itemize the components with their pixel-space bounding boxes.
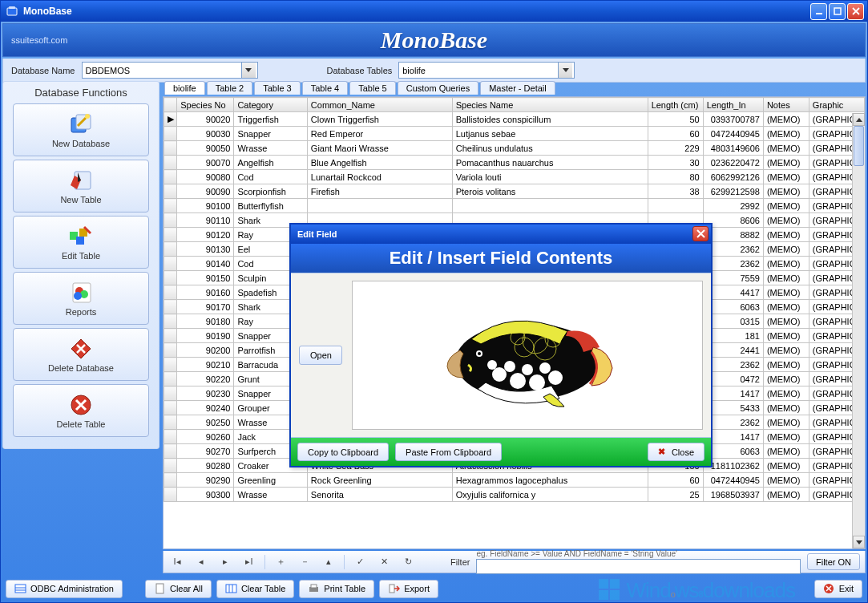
new-table-button[interactable]: New Table: [13, 160, 149, 212]
chevron-down-icon[interactable]: [558, 63, 572, 78]
cell[interactable]: Variola louti: [452, 170, 648, 184]
filter-on-button[interactable]: Filter ON: [807, 553, 860, 570]
cell[interactable]: 50: [648, 112, 703, 127]
cell[interactable]: 90300: [177, 488, 234, 502]
tab-table-2[interactable]: Table 2: [207, 81, 252, 95]
cell[interactable]: Angelfish: [234, 156, 307, 170]
cell[interactable]: 0472440945: [703, 473, 763, 488]
cell[interactable]: (MEMO): [763, 300, 809, 314]
cell[interactable]: (MEMO): [763, 228, 809, 242]
cell[interactable]: (MEMO): [763, 213, 809, 228]
scroll-thumb[interactable]: [854, 126, 864, 166]
cell[interactable]: 90100: [177, 199, 234, 213]
cell[interactable]: 90240: [177, 401, 234, 415]
cell[interactable]: (MEMO): [763, 184, 809, 199]
cell[interactable]: 60: [648, 127, 703, 141]
cell[interactable]: (MEMO): [763, 459, 809, 473]
cell[interactable]: Red Emperor: [307, 127, 452, 141]
print-table-button[interactable]: Print Table: [299, 580, 374, 598]
column-header[interactable]: Category: [234, 98, 307, 112]
cell[interactable]: 90290: [177, 473, 234, 488]
cell[interactable]: (MEMO): [763, 444, 809, 459]
cell[interactable]: Clown Triggerfish: [307, 112, 452, 127]
nav-refresh-button[interactable]: ↻: [399, 554, 417, 570]
cell[interactable]: 90250: [177, 415, 234, 430]
cell[interactable]: 90150: [177, 271, 234, 285]
cell[interactable]: (MEMO): [763, 372, 809, 386]
cell[interactable]: (MEMO): [763, 257, 809, 271]
minimize-button[interactable]: [810, 3, 827, 20]
edit-table-button[interactable]: Edit Table: [13, 216, 149, 269]
cell[interactable]: 90180: [177, 314, 234, 329]
nav-add-button[interactable]: ＋: [272, 554, 289, 570]
cell[interactable]: 38: [648, 184, 703, 199]
database-name-combo[interactable]: [82, 62, 258, 79]
tab-custom-queries[interactable]: Custom Queries: [398, 81, 478, 95]
cell[interactable]: Wrasse: [234, 141, 307, 156]
cell[interactable]: 30: [648, 156, 703, 170]
cell[interactable]: 90030: [177, 127, 234, 141]
cell[interactable]: 6299212598: [703, 184, 763, 199]
cell[interactable]: 90220: [177, 372, 234, 386]
cell[interactable]: Hexagrammos lagocephalus: [452, 473, 648, 488]
cell[interactable]: 90070: [177, 156, 234, 170]
cell[interactable]: Oxyjulis californica y: [452, 488, 648, 502]
paste-clipboard-button[interactable]: Paste From Clipboard: [395, 443, 502, 461]
cell[interactable]: 90050: [177, 141, 234, 156]
table-row[interactable]: 90080CodLunartail RockcodVariola louti80…: [164, 170, 865, 184]
cell[interactable]: (MEMO): [763, 329, 809, 343]
column-header[interactable]: Species Name: [452, 98, 648, 112]
cell[interactable]: 0472440945: [703, 127, 763, 141]
cell[interactable]: (MEMO): [763, 386, 809, 401]
cell[interactable]: (MEMO): [763, 473, 809, 488]
open-button[interactable]: Open: [299, 346, 342, 365]
cell[interactable]: Blue Angelfish: [307, 156, 452, 170]
cell[interactable]: (MEMO): [763, 415, 809, 430]
cell[interactable]: 90110: [177, 213, 234, 228]
tab-table-4[interactable]: Table 4: [302, 81, 348, 95]
cell[interactable]: 90090: [177, 184, 234, 199]
nav-edit-button[interactable]: ▴: [320, 554, 337, 570]
cell[interactable]: (MEMO): [763, 199, 809, 213]
chevron-down-icon[interactable]: [241, 63, 256, 78]
cell[interactable]: (MEMO): [763, 156, 809, 170]
cell[interactable]: (MEMO): [763, 488, 809, 502]
cell[interactable]: 90130: [177, 242, 234, 257]
cell[interactable]: Ballistoides conspicillum: [452, 112, 648, 127]
scroll-up-icon[interactable]: [853, 113, 865, 126]
cell[interactable]: [452, 199, 648, 213]
column-header[interactable]: Notes: [763, 98, 809, 112]
column-header[interactable]: Graphic: [809, 98, 864, 112]
cell[interactable]: (MEMO): [763, 127, 809, 141]
cell[interactable]: 60: [648, 473, 703, 488]
scroll-down-icon[interactable]: [853, 536, 865, 548]
cell[interactable]: 90210: [177, 358, 234, 372]
exit-button[interactable]: Exit: [814, 580, 862, 598]
clear-all-button[interactable]: Clear All: [145, 580, 212, 598]
cell[interactable]: Firefish: [307, 184, 452, 199]
nav-cancel-button[interactable]: ✕: [375, 554, 393, 570]
cell[interactable]: (MEMO): [763, 430, 809, 444]
table-row[interactable]: 90070AngelfishBlue AngelfishPomacanthus …: [164, 156, 865, 170]
table-row[interactable]: 90290GreenlingRock GreenlingHexagrammos …: [164, 473, 865, 488]
tab-table-5[interactable]: Table 5: [349, 81, 395, 95]
maximize-button[interactable]: [829, 3, 846, 20]
cell[interactable]: Greenling: [234, 473, 307, 488]
filter-input[interactable]: [476, 559, 801, 574]
cell[interactable]: Scorpionfish: [234, 184, 307, 199]
cell[interactable]: 1968503937: [703, 488, 763, 502]
cell[interactable]: 90200: [177, 343, 234, 358]
column-header[interactable]: Species No: [177, 98, 234, 112]
close-window-button[interactable]: [847, 3, 864, 20]
cell[interactable]: (MEMO): [763, 170, 809, 184]
tab-table-3[interactable]: Table 3: [254, 81, 300, 95]
table-row[interactable]: 90300WrasseSenoritaOxyjulis californica …: [164, 488, 865, 502]
cell[interactable]: 90160: [177, 285, 234, 300]
cell[interactable]: Pterois volitans: [452, 184, 648, 199]
cell[interactable]: (MEMO): [763, 112, 809, 127]
cell[interactable]: 90170: [177, 300, 234, 314]
table-row[interactable]: 90030SnapperRed EmperorLutjanus sebae600…: [164, 127, 865, 141]
cell[interactable]: Lunartail Rockcod: [307, 170, 452, 184]
cell[interactable]: 25: [648, 488, 703, 502]
cell[interactable]: 0393700787: [703, 112, 763, 127]
